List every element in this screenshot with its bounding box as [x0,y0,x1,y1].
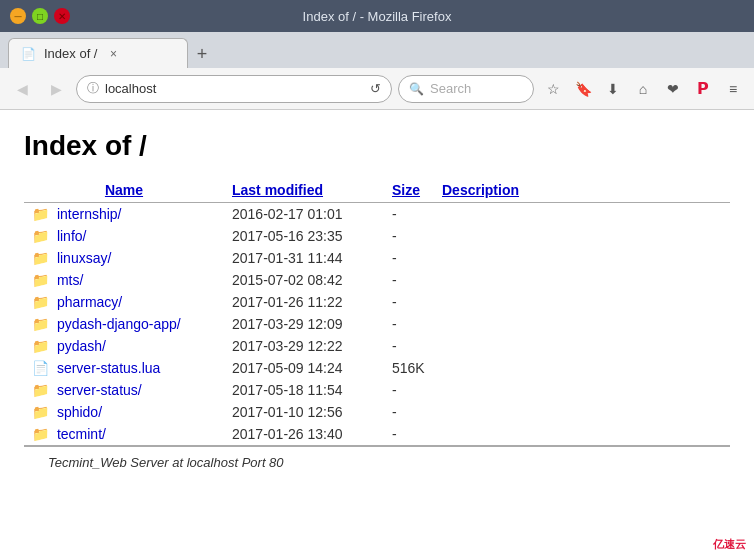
file-name-cell: 📁 sphido/ [24,401,224,423]
search-icon: 🔍 [409,82,424,96]
modified-sort-link[interactable]: Last modified [232,182,323,198]
title-bar: ─ □ ✕ Index of / - Mozilla Firefox [0,0,754,32]
new-tab-button[interactable]: + [188,40,216,68]
size-sort-link[interactable]: Size [392,182,420,198]
close-button[interactable]: ✕ [54,8,70,24]
address-text: localhost [105,81,364,96]
server-info: Tecmint_Web Server at localhost Port 80 [48,455,706,470]
file-name-cell: 📁 linuxsay/ [24,247,224,269]
search-bar[interactable]: 🔍 Search [398,75,534,103]
table-header-row: Name Last modified Size Description [24,178,730,203]
hamburger-icon: ≡ [729,81,737,97]
reader-icon: 🔖 [575,81,592,97]
name-sort-link[interactable]: Name [105,182,143,198]
file-size-cell: - [384,313,434,335]
file-name-cell: 📁 pharmacy/ [24,291,224,313]
folder-icon: 📁 [32,294,49,310]
file-description-cell [434,313,730,335]
back-button[interactable]: ◀ [8,75,36,103]
active-tab[interactable]: 📄 Index of / × [8,38,188,68]
menu-button[interactable]: ≡ [720,76,746,102]
nav-bar: ◀ ▶ ⓘ localhost ↺ 🔍 Search ☆ 🔖 ⬇ ⌂ ❤ 𝗣 [0,68,754,110]
folder-icon: 📁 [32,338,49,354]
tab-label: Index of / [44,46,97,61]
file-link[interactable]: tecmint/ [57,426,106,442]
file-modified-cell: 2017-03-29 12:09 [224,313,384,335]
col-name[interactable]: Name [24,178,224,203]
file-modified-cell: 2017-03-29 12:22 [224,335,384,357]
forward-button[interactable]: ▶ [42,75,70,103]
folder-icon: 📁 [32,206,49,222]
window-title: Index of / - Mozilla Firefox [70,9,684,24]
home-button[interactable]: ⌂ [630,76,656,102]
file-modified-cell: 2017-01-31 11:44 [224,247,384,269]
file-description-cell [434,401,730,423]
file-size-cell: - [384,335,434,357]
address-bar[interactable]: ⓘ localhost ↺ [76,75,392,103]
file-size-cell: - [384,423,434,446]
table-row: 📁 internship/ 2016-02-17 01:01 - [24,203,730,225]
window-controls[interactable]: ─ □ ✕ [10,8,70,24]
file-modified-cell: 2017-05-16 23:35 [224,225,384,247]
table-row: 📁 tecmint/ 2017-01-26 13:40 - [24,423,730,446]
refresh-button[interactable]: ↺ [370,81,381,96]
file-size-cell: 516K [384,357,434,379]
file-size-cell: - [384,225,434,247]
file-link[interactable]: pharmacy/ [57,294,122,310]
folder-icon: 📁 [32,272,49,288]
pocket-button[interactable]: ❤ [660,76,686,102]
info-icon: ⓘ [87,80,99,97]
col-description[interactable]: Description [434,178,730,203]
description-sort-link[interactable]: Description [442,182,519,198]
file-link[interactable]: linuxsay/ [57,250,111,266]
file-modified-cell: 2017-05-18 11:54 [224,379,384,401]
file-description-cell [434,357,730,379]
page-title: Index of / [24,130,730,162]
file-description-cell [434,379,730,401]
file-link[interactable]: linfo/ [57,228,87,244]
maximize-button[interactable]: □ [32,8,48,24]
file-link[interactable]: pydash/ [57,338,106,354]
file-name-cell: 📁 pydash-django-app/ [24,313,224,335]
download-button[interactable]: ⬇ [600,76,626,102]
table-row: 📁 mts/ 2015-07-02 08:42 - [24,269,730,291]
file-description-cell [434,423,730,446]
file-description-cell [434,203,730,225]
file-table: Name Last modified Size Description 📁 in… [24,178,730,446]
reader-view-button[interactable]: 🔖 [570,76,596,102]
file-size-cell: - [384,203,434,225]
file-link[interactable]: server-status.lua [57,360,160,376]
file-description-cell [434,269,730,291]
file-modified-cell: 2016-02-17 01:01 [224,203,384,225]
file-size-cell: - [384,269,434,291]
back-icon: ◀ [17,81,28,97]
pinterest-icon: 𝗣 [697,79,709,98]
file-size-cell: - [384,247,434,269]
file-link[interactable]: pydash-django-app/ [57,316,181,332]
file-modified-cell: 2017-01-26 11:22 [224,291,384,313]
folder-icon: 📁 [32,382,49,398]
refresh-icon: ↺ [370,81,381,96]
file-link[interactable]: internship/ [57,206,122,222]
pinterest-button[interactable]: 𝗣 [690,76,716,102]
folder-icon: 📁 [32,228,49,244]
table-row: 📁 linfo/ 2017-05-16 23:35 - [24,225,730,247]
tab-close-button[interactable]: × [105,46,121,62]
file-name-cell: 📁 server-status/ [24,379,224,401]
col-size[interactable]: Size [384,178,434,203]
star-icon: ☆ [547,81,560,97]
file-link[interactable]: server-status/ [57,382,142,398]
minimize-button[interactable]: ─ [10,8,26,24]
file-modified-cell: 2015-07-02 08:42 [224,269,384,291]
file-name-cell: 📁 pydash/ [24,335,224,357]
table-row: 📁 pharmacy/ 2017-01-26 11:22 - [24,291,730,313]
col-last-modified[interactable]: Last modified [224,178,384,203]
file-link[interactable]: mts/ [57,272,83,288]
watermark: 亿速云 [713,537,746,552]
file-icon: 📄 [32,360,49,376]
folder-icon: 📁 [32,250,49,266]
file-link[interactable]: sphido/ [57,404,102,420]
bookmark-button[interactable]: ☆ [540,76,566,102]
pocket-icon: ❤ [667,81,679,97]
file-name-cell: 📁 linfo/ [24,225,224,247]
